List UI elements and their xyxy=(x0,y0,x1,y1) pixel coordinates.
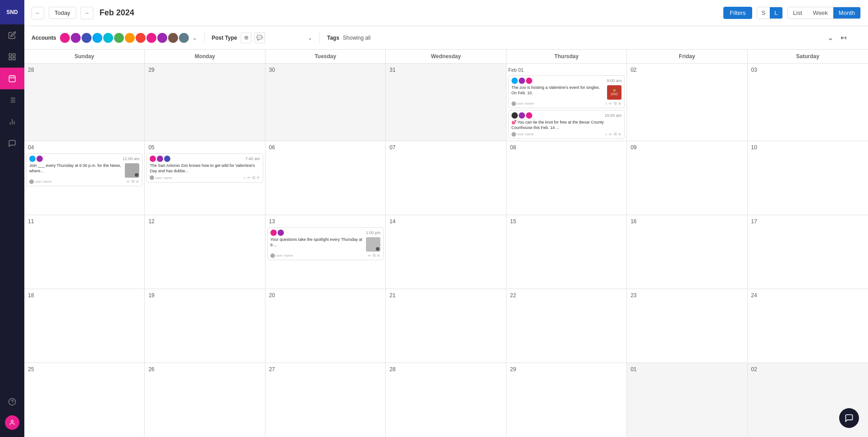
post-avatar xyxy=(157,156,163,162)
post-status-icon[interactable]: ○ xyxy=(605,132,608,137)
post-copy-icon[interactable]: ⧉ xyxy=(373,253,375,258)
cal-cell-feb10[interactable]: 10 xyxy=(748,141,868,215)
cal-cell-mar01[interactable]: 01 xyxy=(627,363,747,437)
account-avatar[interactable] xyxy=(179,33,189,43)
user-avatar[interactable] xyxy=(5,415,19,430)
sidebar-item-dashboard[interactable] xyxy=(0,46,24,68)
post-card[interactable]: 7:40 am The San Antonio Zoo knows how to… xyxy=(146,153,263,182)
accounts-dropdown-icon[interactable]: ⌄ xyxy=(192,35,197,41)
post-edit-icon[interactable]: ✏ xyxy=(609,132,612,137)
chat-button[interactable] xyxy=(839,408,859,428)
cal-cell-feb18[interactable]: 18 xyxy=(24,289,145,363)
sidebar-collapse-icon[interactable]: ↤ xyxy=(841,33,846,42)
cal-cell-feb13[interactable]: 13 1:00 pm Your questions take the spotl… xyxy=(265,215,386,289)
post-delete-icon[interactable]: ✕ xyxy=(256,175,260,180)
post-copy-icon[interactable]: ⧉ xyxy=(252,175,255,180)
post-edit-icon[interactable]: ✏ xyxy=(609,101,612,106)
cal-cell-feb28[interactable]: 28 xyxy=(386,363,506,437)
post-status-icon[interactable]: ○ xyxy=(243,175,246,180)
account-avatar[interactable] xyxy=(103,33,113,43)
cal-cell-jan29[interactable]: 29 xyxy=(145,64,265,141)
post-edit-icon[interactable]: ✏ xyxy=(247,175,251,180)
cal-cell-feb22[interactable]: 22 xyxy=(507,289,627,363)
sidebar-item-compose[interactable] xyxy=(0,24,24,46)
account-avatar[interactable] xyxy=(157,33,167,43)
sidebar-item-calendar[interactable] xyxy=(0,68,24,89)
cal-cell-feb02[interactable]: 02 xyxy=(627,64,747,141)
sidebar-item-analytics[interactable] xyxy=(0,111,24,133)
sidebar-item-inbox[interactable] xyxy=(0,133,24,154)
cal-cell-feb12[interactable]: 12 xyxy=(145,215,265,289)
post-type-grid-icon[interactable]: ⊞ xyxy=(241,32,251,43)
post-delete-icon[interactable]: ✕ xyxy=(618,101,621,106)
cal-cell-feb26[interactable]: 26 xyxy=(145,363,265,437)
cal-cell-feb06[interactable]: 06 xyxy=(265,141,386,215)
post-card[interactable]: 9:00 am The zoo is hosting a Valentine's… xyxy=(508,75,625,108)
post-copy-icon[interactable]: ⧉ xyxy=(614,132,617,137)
post-copy-icon[interactable]: ⧉ xyxy=(132,179,134,184)
prev-button[interactable]: ← xyxy=(32,7,44,19)
account-avatar[interactable] xyxy=(136,33,146,43)
cal-cell-feb11[interactable]: 11 xyxy=(24,215,145,289)
cal-cell-feb25[interactable]: 25 xyxy=(24,363,145,437)
account-avatar[interactable] xyxy=(60,33,70,43)
post-avatar xyxy=(512,112,518,119)
cal-cell-feb23[interactable]: 23 xyxy=(627,289,747,363)
day-header-thursday: Thursday xyxy=(507,50,627,63)
account-avatar[interactable] xyxy=(71,33,81,43)
cal-cell-feb01[interactable]: Feb 01 9:00 am The zoo is host xyxy=(507,64,627,141)
post-delete-icon[interactable]: ✕ xyxy=(377,253,380,258)
account-avatar[interactable] xyxy=(82,33,91,43)
view-week-button[interactable]: Week xyxy=(808,7,833,18)
cal-cell-feb03[interactable]: 03 xyxy=(748,64,868,141)
cal-cell-feb08[interactable]: 08 xyxy=(507,141,627,215)
cal-cell-feb09[interactable]: 09 xyxy=(627,141,747,215)
tags-collapse-icon[interactable]: ⌄ xyxy=(827,33,833,42)
cal-cell-feb27[interactable]: 27 xyxy=(265,363,386,437)
sidebar-item-help[interactable] xyxy=(0,391,24,413)
post-status-icon[interactable]: ○ xyxy=(605,101,608,106)
cal-cell-feb24[interactable]: 24 xyxy=(748,289,868,363)
cal-cell-feb17[interactable]: 17 xyxy=(748,215,868,289)
post-copy-icon[interactable]: ⧉ xyxy=(614,101,617,106)
today-button[interactable]: Today xyxy=(49,7,76,19)
filters-button[interactable]: Filters xyxy=(723,7,752,19)
account-avatar[interactable] xyxy=(125,33,135,43)
post-type-dropdown-icon[interactable]: ⌄ xyxy=(308,35,312,41)
account-avatar[interactable] xyxy=(92,33,102,43)
view-month-button[interactable]: Month xyxy=(833,7,860,18)
account-avatar[interactable] xyxy=(146,33,156,43)
cal-cell-feb07[interactable]: 07 xyxy=(386,141,506,215)
cal-cell-jan31[interactable]: 31 xyxy=(386,64,506,141)
post-card[interactable]: 1:00 pm Your questions take the spotligh… xyxy=(267,227,384,260)
cal-cell-feb14[interactable]: 14 xyxy=(386,215,506,289)
view-list-button[interactable]: List xyxy=(788,7,808,18)
size-large-button[interactable]: L xyxy=(770,7,782,18)
post-actions: ○ ✏ ⧉ ✕ xyxy=(243,175,260,180)
cal-cell-feb05[interactable]: 05 7:40 am The San Antonio Zoo knows how xyxy=(145,141,265,215)
post-card[interactable]: 11:00 am Join ___ every Thursday at 6:30… xyxy=(26,153,142,186)
cal-cell-jan30[interactable]: 30 xyxy=(265,64,386,141)
size-small-button[interactable]: S xyxy=(757,7,770,18)
cal-cell-feb29[interactable]: 29 xyxy=(507,363,627,437)
cal-cell-feb19[interactable]: 19 xyxy=(145,289,265,363)
cal-cell-feb15[interactable]: 15 xyxy=(507,215,627,289)
post-card[interactable]: 10:00 am 💕 You can tie the knot for free… xyxy=(508,110,625,139)
svg-rect-3 xyxy=(9,58,11,60)
post-delete-icon[interactable]: ✕ xyxy=(136,179,139,184)
post-type-label: Post Type xyxy=(212,35,237,41)
post-edit-icon[interactable]: ✏ xyxy=(127,179,130,184)
account-avatar[interactable] xyxy=(114,33,124,43)
post-type-filter: Post Type ⊞ 💬 ⌄ xyxy=(212,32,320,43)
sidebar-item-list[interactable] xyxy=(0,89,24,111)
post-type-chat-icon[interactable]: 💬 xyxy=(254,32,265,43)
next-button[interactable]: → xyxy=(81,7,93,19)
cal-cell-feb20[interactable]: 20 xyxy=(265,289,386,363)
account-avatar[interactable] xyxy=(168,33,178,43)
cal-cell-feb21[interactable]: 21 xyxy=(386,289,506,363)
cal-cell-feb04[interactable]: 04 11:00 am Join ___ every Thursday at 6… xyxy=(24,141,145,215)
cal-cell-feb16[interactable]: 16 xyxy=(627,215,747,289)
post-delete-icon[interactable]: ✕ xyxy=(618,132,621,137)
post-edit-icon[interactable]: ✏ xyxy=(368,253,371,258)
cal-cell-jan28[interactable]: 28 xyxy=(24,64,145,141)
